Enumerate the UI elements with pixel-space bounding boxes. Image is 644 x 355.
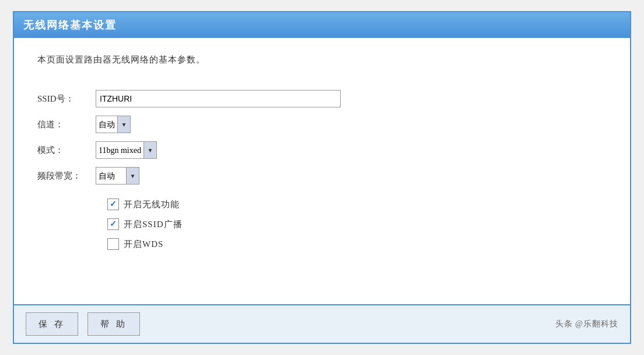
mode-select[interactable]: 11bgn mixed 11b only 11g only 11n only 1… <box>96 145 144 156</box>
checkbox2-label: 开启SSID广播 <box>124 219 183 230</box>
save-button[interactable]: 保 存 <box>26 312 78 336</box>
channel-label: 信道： <box>37 116 96 133</box>
bandwidth-control: 自动 20MHz 40MHz ▼ <box>96 167 341 185</box>
bandwidth-select-wrapper: 自动 20MHz 40MHz ▼ <box>96 167 139 185</box>
wds-enable-checkbox[interactable] <box>107 238 119 250</box>
mode-label: 模式： <box>37 141 96 159</box>
bandwidth-label: 频段带宽： <box>37 167 96 185</box>
watermark-text: 头条 @乐翻科技 <box>555 319 618 329</box>
bandwidth-dropdown-arrow[interactable]: ▼ <box>126 168 139 184</box>
checkbox1-row: ✓ 开启无线功能 <box>107 199 607 210</box>
wireless-enable-checkbox[interactable]: ✓ <box>107 199 119 210</box>
channel-row: 信道： 自动 123 456 789 10111213 ▼ <box>37 116 341 133</box>
form-table: SSID号： 信道： 自动 123 456 789 10111213 <box>37 82 341 193</box>
mode-row: 模式： 11bgn mixed 11b only 11g only 11n on… <box>37 141 341 159</box>
channel-select[interactable]: 自动 123 456 789 10111213 <box>96 119 117 130</box>
checkbox2-check-icon: ✓ <box>110 220 117 228</box>
window-title: 无线网络基本设置 <box>23 19 117 31</box>
channel-select-wrapper: 自动 123 456 789 10111213 ▼ <box>96 116 131 133</box>
footer-buttons: 保 存 帮 助 <box>26 312 140 336</box>
footer-bar: 保 存 帮 助 头条 @乐翻科技 <box>14 304 630 343</box>
checkbox2-row: ✓ 开启SSID广播 <box>107 218 607 230</box>
channel-dropdown-arrow[interactable]: ▼ <box>117 116 130 133</box>
checkbox1-label: 开启无线功能 <box>124 199 180 210</box>
main-window: 无线网络基本设置 本页面设置路由器无线网络的基本参数。 SSID号： 信道： 自… <box>13 11 631 344</box>
mode-control: 11bgn mixed 11b only 11g only 11n only 1… <box>96 141 341 159</box>
bandwidth-row: 频段带宽： 自动 20MHz 40MHz ▼ <box>37 167 341 185</box>
bandwidth-select[interactable]: 自动 20MHz 40MHz <box>96 170 126 182</box>
mode-dropdown-arrow[interactable]: ▼ <box>144 142 156 158</box>
description-text: 本页面设置路由器无线网络的基本参数。 <box>37 54 607 65</box>
checkbox3-row: 开启WDS <box>107 238 607 250</box>
ssid-row: SSID号： <box>37 90 341 107</box>
ssid-label: SSID号： <box>37 90 96 107</box>
ssid-broadcast-checkbox[interactable]: ✓ <box>107 218 119 230</box>
ssid-control <box>96 90 341 107</box>
ssid-input[interactable] <box>96 90 341 107</box>
channel-control: 自动 123 456 789 10111213 ▼ <box>96 116 341 133</box>
content-area: 本页面设置路由器无线网络的基本参数。 SSID号： 信道： 自动 123 456 <box>14 38 630 304</box>
checkbox1-check-icon: ✓ <box>110 200 117 208</box>
help-button[interactable]: 帮 助 <box>88 312 140 336</box>
checkbox3-label: 开启WDS <box>124 239 163 250</box>
checkboxes-area: ✓ 开启无线功能 ✓ 开启SSID广播 开启WDS <box>37 199 607 250</box>
mode-select-wrapper: 11bgn mixed 11b only 11g only 11n only 1… <box>96 141 157 159</box>
title-bar: 无线网络基本设置 <box>14 12 630 38</box>
